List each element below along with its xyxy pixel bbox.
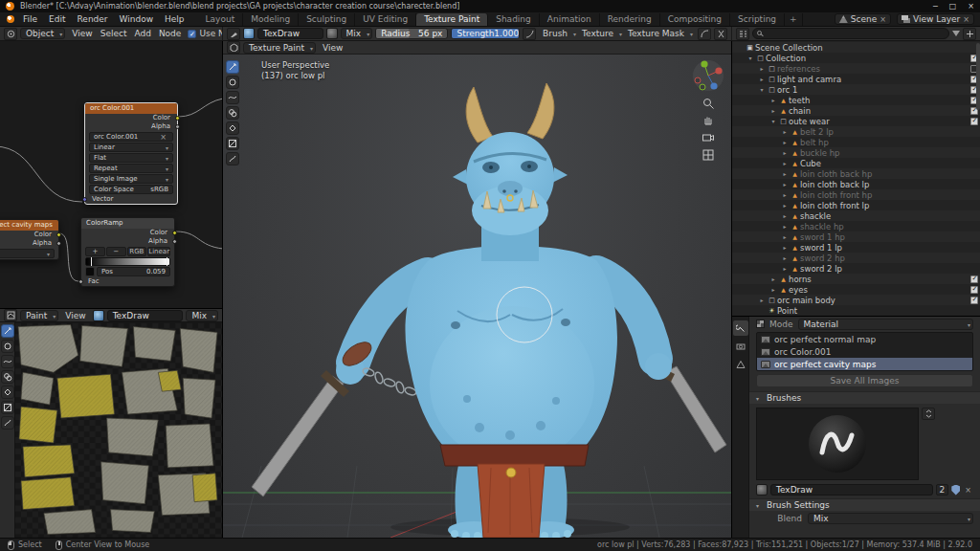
uv-texture-image[interactable]	[15, 322, 222, 538]
outliner-row[interactable]: Point	[732, 305, 980, 316]
expand-arrow-icon[interactable]: ▾	[746, 55, 755, 61]
interpolation-dropdown[interactable]: Linear	[147, 247, 170, 256]
expand-arrow-icon[interactable]: ▸	[768, 286, 778, 293]
axis-navigation-gizmo[interactable]	[691, 58, 725, 93]
brush-settings-panel-header[interactable]: ▾ Brush Settings	[749, 498, 980, 511]
outliner-checkbox[interactable]	[970, 118, 978, 125]
expand-arrow-icon[interactable]: ▸	[780, 265, 790, 272]
pressure-sensitivity-icon[interactable]	[523, 28, 536, 40]
outliner-row[interactable]: ▾ orc 1	[732, 84, 980, 95]
outliner-checkbox[interactable]	[970, 276, 978, 283]
texture-thumb[interactable]	[326, 28, 338, 39]
scene-selector[interactable]: Scene ×	[835, 13, 891, 25]
editor-type-icon[interactable]	[4, 28, 17, 40]
alpha-output-socket[interactable]	[56, 241, 61, 246]
outliner-search-input[interactable]	[752, 28, 949, 39]
outliner-row[interactable]: ▸ Cube	[732, 158, 980, 168]
falloff-curve-icon[interactable]	[698, 28, 711, 40]
expand-arrow-icon[interactable]: ▾	[768, 118, 778, 124]
perspective-toggle-icon[interactable]	[702, 148, 715, 162]
workspace-tab[interactable]: Sculpting	[299, 13, 355, 26]
material-dropdown[interactable]: orc lp▾	[0, 249, 55, 258]
vector-input-socket[interactable]	[82, 197, 87, 202]
fill-tool-button[interactable]	[1, 386, 14, 399]
shader-menu-item[interactable]: Select	[97, 29, 131, 38]
tab-render[interactable]	[733, 339, 748, 354]
workspace-tab[interactable]: Layout	[198, 13, 244, 26]
filter-icon[interactable]	[952, 31, 960, 36]
menu-item[interactable]: Edit	[43, 14, 71, 24]
maximize-button[interactable]: □	[949, 2, 957, 11]
outliner-row[interactable]: ▸ loin cloth back hp	[732, 168, 980, 179]
workspace-tab[interactable]: +	[785, 13, 803, 26]
workspace-tab[interactable]: Shading	[488, 13, 540, 26]
extension-dropdown[interactable]: Repeat▾	[89, 164, 173, 173]
view-layer-selector[interactable]: View Layer ×	[897, 13, 974, 25]
add-stop-button[interactable]: +	[85, 247, 105, 256]
outliner-row[interactable]: ▸ loin cloth front hp	[732, 189, 980, 200]
close-button[interactable]: ×	[968, 2, 974, 11]
brush-user-count[interactable]: 2	[936, 484, 949, 496]
outliner-row[interactable]: ▸ horns	[732, 274, 980, 284]
editor-type-icon[interactable]	[227, 41, 240, 54]
blend-mode-dropdown[interactable]: Mix	[186, 310, 218, 321]
strength-slider[interactable]: Strength 1.000	[451, 28, 520, 39]
zoom-icon[interactable]	[702, 97, 715, 110]
smear-tool-button[interactable]	[226, 91, 239, 104]
soften-tool-button[interactable]	[226, 76, 239, 89]
soften-tool-button[interactable]	[1, 340, 14, 353]
menu-item[interactable]: Window	[114, 14, 160, 24]
viewport-view-menu[interactable]: View	[319, 43, 346, 53]
expand-arrow-icon[interactable]: ▸	[780, 223, 790, 230]
color-output-socket[interactable]	[56, 232, 61, 237]
workspace-tab[interactable]: Modeling	[243, 13, 299, 26]
expand-arrow-icon[interactable]: ▸	[780, 233, 790, 240]
stop-color-swatch[interactable]	[85, 267, 95, 276]
mode-dropdown[interactable]: Material	[798, 319, 973, 330]
radius-slider[interactable]: Radius 56 px	[375, 28, 448, 39]
color-ramp-gradient[interactable]	[85, 257, 170, 266]
expand-arrow-icon[interactable]: ▸	[780, 128, 790, 135]
delete-stop-button[interactable]: −	[106, 247, 126, 256]
draw-tool-button[interactable]	[1, 324, 14, 338]
workspace-tab[interactable]: Scripting	[730, 13, 785, 26]
image-view-menu[interactable]: View	[61, 311, 89, 320]
outliner-row[interactable]: ▸ shackle	[732, 210, 980, 221]
node-header[interactable]: orc Color.001	[85, 103, 177, 114]
view-layer-remove-icon[interactable]: ×	[963, 15, 969, 24]
tab-object-data[interactable]	[733, 357, 748, 372]
outliner-row[interactable]: ▸ belt 2 lp	[732, 126, 980, 137]
smear-tool-button[interactable]	[1, 355, 14, 368]
interaction-mode-dropdown[interactable]: Texture Paint	[243, 42, 316, 54]
workspace-tab[interactable]: Animation	[540, 13, 600, 26]
outliner-scrollbar[interactable]	[976, 43, 980, 110]
expand-arrow-icon[interactable]: ▸	[757, 76, 767, 82]
outliner-checkbox[interactable]	[970, 286, 978, 294]
panel-expand-icon[interactable]: ▾	[756, 395, 762, 402]
texture-slot[interactable]: orc perfect cavity maps	[757, 358, 972, 370]
expand-arrow-icon[interactable]: ▸	[780, 160, 790, 166]
workspace-tab[interactable]: Texture Paint	[416, 13, 488, 26]
expand-arrow-icon[interactable]: ▸	[757, 65, 767, 72]
outliner-row[interactable]: Scene Collection	[732, 42, 980, 53]
shader-type-dropdown[interactable]: Object	[20, 28, 65, 39]
color-mode-dropdown[interactable]: RGB	[127, 247, 147, 256]
outliner-row[interactable]: ▸ loin cloth front lp	[732, 200, 980, 210]
shader-menu-item[interactable]: View	[68, 29, 96, 38]
outliner-row[interactable]: ▸ buckle hp	[732, 147, 980, 158]
menu-item[interactable]: Help	[159, 14, 190, 24]
unlink-image-icon[interactable]: ×	[158, 133, 168, 142]
node-header[interactable]: ColorRamp	[81, 218, 174, 229]
expand-arrow-icon[interactable]: ▸	[780, 139, 790, 145]
brush-name-field[interactable]: TexDraw	[770, 484, 933, 496]
shader-node-editor[interactable]: orc Color.001 Color Alpha orc Color.001×…	[0, 41, 222, 309]
outliner-row[interactable]: ▸ belt hp	[732, 137, 980, 147]
brushes-panel-header[interactable]: ▾ Brushes	[749, 391, 980, 404]
mask-tool-button[interactable]	[226, 137, 239, 150]
outliner-editor-icon[interactable]	[736, 28, 749, 40]
browse-brush-icon[interactable]	[922, 408, 935, 420]
expand-arrow-icon[interactable]: ▸	[780, 181, 790, 187]
outliner-row[interactable]: ▸ chain	[732, 105, 980, 116]
projection-dropdown[interactable]: Flat▾	[89, 153, 173, 163]
outliner-row[interactable]: ▸ shackle hp	[732, 221, 980, 231]
